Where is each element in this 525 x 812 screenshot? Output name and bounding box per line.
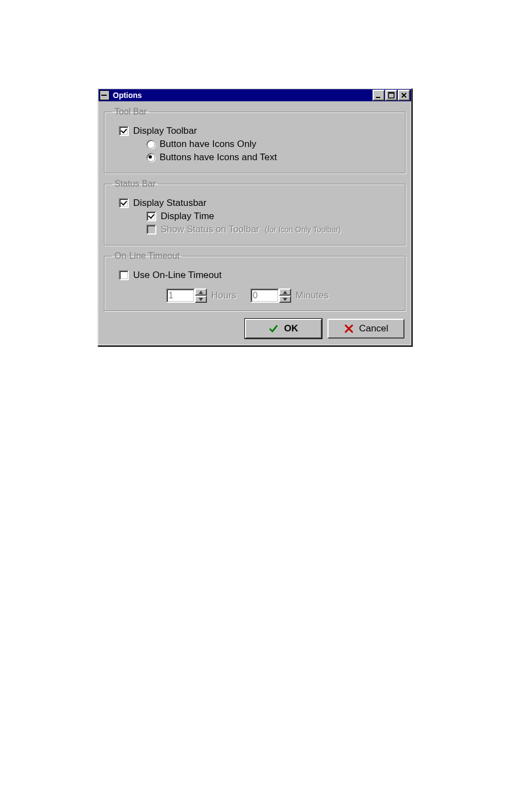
maximize-button[interactable]	[385, 90, 397, 101]
group-statusbar: Status Bar Display Statusbar Display Tim…	[104, 179, 406, 246]
use-timeout-row[interactable]: Use On-Line Timeout	[111, 270, 398, 281]
svg-marker-4	[199, 298, 203, 301]
display-statusbar-label: Display Statusbar	[133, 198, 206, 209]
client-area: Tool Bar Display Toolbar Button have Ico…	[99, 101, 411, 345]
show-status-on-toolbar-checkbox	[146, 225, 156, 235]
minutes-input	[250, 288, 279, 303]
group-statusbar-legend: Status Bar	[112, 179, 158, 189]
icons-only-label: Button have Icons Only	[160, 139, 256, 150]
options-window: Options Tool Bar Display Toolbar Button	[97, 88, 412, 346]
ok-button-label: OK	[284, 323, 298, 334]
hours-up-button	[195, 288, 207, 296]
display-time-checkbox[interactable]	[146, 211, 156, 221]
use-timeout-checkbox[interactable]	[119, 270, 129, 280]
display-statusbar-checkbox[interactable]	[119, 198, 129, 208]
titlebar[interactable]: Options	[99, 89, 411, 101]
svg-marker-5	[283, 291, 287, 294]
window-title: Options	[113, 91, 372, 100]
app-icon	[100, 90, 110, 100]
display-time-row[interactable]: Display Time	[111, 211, 398, 222]
icons-only-radio[interactable]	[146, 140, 155, 149]
x-icon	[344, 324, 354, 334]
group-timeout-legend: On-Line Timeout	[112, 251, 182, 261]
group-timeout: On-Line Timeout Use On-Line Timeout Hour…	[104, 251, 406, 311]
svg-marker-6	[283, 298, 287, 301]
ok-button[interactable]: OK	[245, 319, 322, 339]
svg-marker-3	[199, 291, 203, 294]
minimize-button[interactable]	[373, 90, 385, 101]
hours-label: Hours	[211, 290, 236, 301]
group-toolbar-legend: Tool Bar	[112, 107, 149, 117]
minutes-spinner	[250, 288, 291, 303]
display-toolbar-checkbox[interactable]	[119, 126, 129, 136]
show-status-on-toolbar-hint: (for Icon Only Toolbar)	[265, 225, 341, 234]
icons-text-label: Buttons have Icons and Text	[160, 152, 277, 163]
display-toolbar-label: Display Toolbar	[133, 126, 197, 137]
hours-input	[166, 288, 195, 303]
minutes-label: Minutes	[296, 290, 329, 301]
display-time-label: Display Time	[161, 211, 214, 222]
icons-text-radio[interactable]	[146, 153, 155, 162]
display-toolbar-row[interactable]: Display Toolbar	[111, 126, 398, 137]
svg-rect-2	[389, 92, 394, 94]
icons-only-row[interactable]: Button have Icons Only	[111, 139, 398, 150]
minutes-up-button	[279, 288, 291, 296]
check-icon	[269, 324, 278, 334]
close-button[interactable]	[398, 90, 410, 101]
cancel-button-label: Cancel	[359, 323, 389, 334]
dialog-buttons: OK Cancel	[104, 317, 406, 339]
minutes-down-button	[279, 296, 291, 303]
show-status-on-toolbar-row: Show Status on Toolbar (for Icon Only To…	[111, 224, 398, 235]
hours-spinner	[166, 288, 207, 303]
cancel-button[interactable]: Cancel	[327, 319, 404, 339]
display-statusbar-row[interactable]: Display Statusbar	[111, 198, 398, 209]
use-timeout-label: Use On-Line Timeout	[133, 270, 222, 281]
hours-down-button	[195, 296, 207, 303]
timeout-values-row: Hours Minutes	[111, 288, 398, 303]
svg-rect-0	[376, 97, 380, 98]
group-toolbar: Tool Bar Display Toolbar Button have Ico…	[104, 107, 406, 173]
icons-text-row[interactable]: Buttons have Icons and Text	[111, 152, 398, 163]
window-buttons	[372, 90, 410, 101]
show-status-on-toolbar-label: Show Status on Toolbar	[161, 224, 259, 235]
